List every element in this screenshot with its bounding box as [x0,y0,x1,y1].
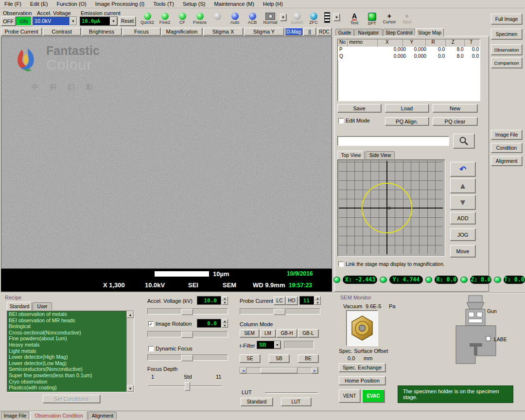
contrast-button[interactable]: Contrast [43,28,81,35]
recipe-scrollbar[interactable]: ▲ ▼ [126,311,134,392]
menu-edit[interactable]: Edit (E) [26,1,52,7]
stage-position-table[interactable]: No memo X Y R Z T P 0.000 0.000 0.0 8.0 … [337,39,480,101]
chevron-down-icon[interactable]: ▼ [110,17,117,25]
save-button[interactable]: Save [337,104,381,112]
condition-button[interactable]: Condition [491,143,522,153]
chevron-down-icon[interactable]: ▼ [274,341,280,349]
dynamic-focus-slider[interactable] [147,354,228,361]
table-row[interactable]: Q 0.000 0.000 0.0 8.0 0.0 [338,53,480,60]
probe-current-button[interactable]: Probe Current [1,28,42,35]
list-item[interactable]: Super fine powders(less than 0.1um) [7,372,126,379]
gb-l-mode-button[interactable]: GB-L [298,329,318,337]
menu-tools[interactable]: Tools (T) [149,1,178,7]
col-y[interactable]: Y [403,39,425,47]
scroll-right-icon[interactable]: ► [312,368,318,373]
se-detector-button[interactable]: SE [240,354,260,363]
menu-function[interactable]: Function (O) [52,1,91,7]
r-filter-combo[interactable]: SB ▼ [257,341,281,349]
quick2-button[interactable]: Quick2 [139,13,156,25]
cursor-button[interactable]: + Cursor [381,13,398,24]
home-position-button[interactable]: Home Position [339,376,385,385]
rdc-button[interactable]: RDC [317,28,332,35]
lc-button[interactable]: LC [274,297,285,305]
table-row[interactable]: P 0.000 0.000 0.0 8.0 0.0 [338,47,480,53]
slider-thumb[interactable] [274,309,285,315]
menu-maintenance[interactable]: Maintenance (M) [210,1,259,7]
pq-clear-button[interactable]: PQ clear [433,117,477,125]
brightness-button[interactable]: Brightness [82,28,122,35]
specimen-button[interactable]: Specimen [491,29,522,39]
jog-button[interactable]: JOG [450,228,475,241]
tab-stage-map[interactable]: Stage Map [416,28,444,36]
ruler-dropdown-button[interactable]: ▼ [333,14,340,21]
scroll-down-icon[interactable]: ▼ [127,385,134,392]
full-image-button[interactable]: Full Image [491,14,522,24]
tab-side-view[interactable]: Side View [366,151,395,159]
list-item[interactable]: Heavy metals [7,342,126,348]
add-button[interactable]: ADD [450,212,475,224]
spin-down-icon[interactable]: ▼ [222,323,228,328]
comparison-button[interactable]: Comparison [491,57,522,68]
tab-step-control[interactable]: Step Control [383,29,415,36]
list-item[interactable]: Biological [7,323,126,330]
evac-button[interactable]: EVAC [362,389,385,402]
scroll-left-icon[interactable]: ◄ [240,368,246,373]
stage-map-circle[interactable] [362,183,412,233]
d-mag-button[interactable]: D-Mag [285,28,302,35]
freeze-button[interactable]: Freeze [192,13,208,25]
spin-down-icon[interactable]: ▼ [315,300,321,305]
recipe-list[interactable]: BEI observation of metals BEI observatio… [7,311,134,392]
col-x[interactable]: X [378,39,403,47]
sem-image-viewport[interactable]: Fantastic Colour 中 科 幻 彩 [1,36,332,269]
probe-current-spinner[interactable]: ▲▼ [315,296,321,305]
tab-navigator[interactable]: Navigator [354,29,383,36]
image-rotation-spinner[interactable]: ▲▼ [222,319,228,328]
zfc-button[interactable]: ZFC [305,13,322,25]
slider-thumb[interactable] [181,355,193,361]
menu-file[interactable]: File (F) [0,1,26,7]
col-memo[interactable]: memo [348,39,378,47]
tab-observation-condition[interactable]: Observation Condition [30,411,88,420]
accel-kv-spinner[interactable]: ▲▼ [222,296,228,305]
list-item[interactable]: Light metals [7,348,126,354]
spec-exchange-button[interactable]: Spec. Exchange [339,363,385,372]
search-button[interactable] [453,134,474,148]
chevron-down-icon[interactable]: ▼ [70,17,77,25]
list-item[interactable]: BEI observation of MR heads [7,317,126,324]
lm-mode-button[interactable]: LM [260,329,276,337]
focus-depth-trackbar[interactable] [149,382,223,391]
edit-mode-checkbox[interactable] [338,118,344,123]
tab-image-file[interactable]: Image File [1,412,29,420]
on-button[interactable]: ON [16,17,32,26]
auto-button[interactable]: Auto [227,13,243,25]
cf-button[interactable]: CF [174,13,191,25]
new-button[interactable]: New [433,104,477,112]
stage-search-input[interactable] [337,136,449,146]
emission-current-combo[interactable]: 10.0µA ▼ [80,17,118,26]
tab-guide[interactable]: Guide [335,29,354,36]
list-item[interactable]: Fine powders(about 1um) [7,335,126,342]
link-magnification-checkbox[interactable] [338,262,344,267]
move-button[interactable]: Move [450,245,475,257]
spin-up-icon[interactable]: ▲ [315,296,321,300]
list-item[interactable]: Cryo observation [7,379,126,385]
scrollbar-thumb[interactable] [261,368,298,373]
off-button[interactable]: OFF [1,17,16,26]
menu-help[interactable]: Help (H) [259,1,287,7]
stage-map-grid[interactable]: C [339,161,443,254]
menu-setup[interactable]: Setup (S) [178,1,210,7]
load-button[interactable]: Load [385,104,429,112]
image-file-button[interactable]: Image File [491,130,522,140]
gb-h-mode-button[interactable]: GB-H [277,329,297,337]
col-z[interactable]: Z [446,39,465,47]
menu-image-processing[interactable]: Image Processing (I) [91,1,149,7]
detector-scrollbar[interactable]: ◄ ► [240,367,318,374]
spin-up-icon[interactable]: ▲ [222,319,228,323]
dynamic-focus-checkbox[interactable] [148,346,154,351]
lut-standard-button[interactable]: Standard [241,398,273,406]
col-r[interactable]: R [426,39,446,47]
scroll-up-icon[interactable]: ▲ [127,311,134,318]
ho-button[interactable]: HO [286,297,298,305]
acb-button[interactable]: ACB [244,13,261,25]
pq-align-button[interactable]: PQ Align. [385,117,429,125]
